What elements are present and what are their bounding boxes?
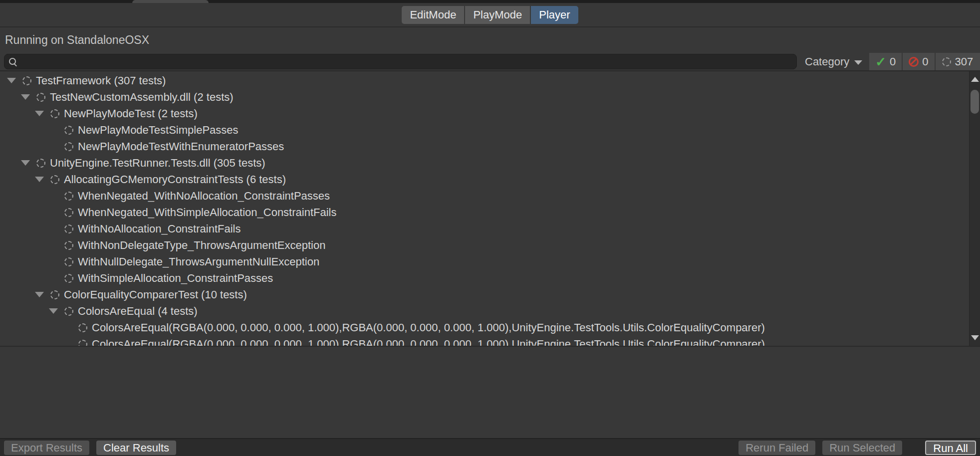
test-status-not-run-icon [64,142,73,151]
clear-results-button[interactable]: Clear Results [96,441,176,455]
run-all-button[interactable]: Run All [925,441,976,455]
category-dropdown[interactable]: Category [799,53,868,70]
tree-row[interactable]: WithNonDelegateType_ThrowsArgumentExcept… [0,237,968,253]
test-name-label: AllocatingGCMemoryConstraintTests (6 tes… [64,173,286,186]
not-run-icon [942,57,951,66]
pass-icon: ✓ [875,55,886,68]
foldout-arrow-icon[interactable] [35,177,44,182]
export-results-button: Export Results [4,441,89,455]
test-status-not-run-icon [64,208,73,217]
search-icon [8,57,17,66]
foldout-arrow-icon[interactable] [49,308,58,314]
test-name-label: UnityEngine.TestRunner.Tests.dll (305 te… [50,157,265,170]
footer-left-group: Export ResultsClear Results [4,441,176,455]
tree-row[interactable]: ColorsAreEqual(RGBA(0.000, 0.000, 0.000,… [0,336,968,347]
passed-count: 0 [890,55,896,68]
passed-count-button[interactable]: ✓0 [869,53,902,70]
tree-row[interactable]: UnityEngine.TestRunner.Tests.dll (305 te… [0,155,968,171]
test-name-label: NewPlayModeTest (2 tests) [64,107,198,120]
test-status-not-run-icon [50,290,59,299]
footer-toolbar: Export ResultsClear Results Rerun Failed… [0,438,980,456]
test-status-not-run-icon [64,257,73,266]
tree-row[interactable]: ColorsAreEqual (4 tests) [0,303,968,319]
tree-row[interactable]: NewPlayModeTestWithEnumeratorPasses [0,138,968,155]
not-run-count-button[interactable]: 307 [936,53,980,70]
tab-editmode[interactable]: EditMode [402,6,464,24]
tree-row[interactable]: TestNewCustomAssembly.dll (2 tests) [0,89,968,105]
run-selected-button: Run Selected [822,441,902,455]
empty-area [0,347,980,438]
status-row: Running on StandaloneOSX [0,26,980,53]
test-status-not-run-icon [64,274,73,283]
test-name-label: WhenNegated_WithNoAllocation_ConstraintP… [78,190,330,203]
test-status-not-run-icon [50,109,59,118]
test-name-label: WithNullDelegate_ThrowsArgumentNullExcep… [78,255,319,268]
test-tree: TestFramework (307 tests)TestNewCustomAs… [0,72,968,347]
foldout-arrow-icon[interactable] [7,78,16,83]
foldout-arrow-icon[interactable] [21,94,30,100]
test-name-label: TestNewCustomAssembly.dll (2 tests) [50,91,234,104]
window-tab-top-sliver [132,0,209,3]
test-name-label: TestFramework (307 tests) [36,74,166,87]
test-status-not-run-icon [64,241,73,250]
test-status-not-run-icon [64,225,73,233]
foldout-arrow-icon[interactable] [21,160,30,166]
rerun-failed-button: Rerun Failed [738,441,815,455]
fail-icon [909,57,919,67]
failed-count: 0 [922,55,928,68]
test-status-not-run-icon [64,307,73,316]
tree-row[interactable]: ColorEqualityComparerTest (10 tests) [0,286,968,303]
test-status-not-run-icon [64,192,73,201]
test-status-not-run-icon [50,175,59,184]
mode-tab-group: EditModePlayModePlayer [402,6,578,24]
search-input[interactable] [17,56,792,67]
tab-player[interactable]: Player [531,6,578,24]
category-label: Category [805,55,849,68]
test-name-label: ColorEqualityComparerTest (10 tests) [64,288,247,301]
tree-row[interactable]: WhenNegated_WithNoAllocation_ConstraintP… [0,188,968,204]
test-name-label: ColorsAreEqual(RGBA(0.000, 0.000, 0.000,… [92,321,765,334]
footer-right-group: Rerun FailedRun SelectedRun All [738,441,976,455]
test-name-label: ColorsAreEqual (4 tests) [78,305,198,318]
search-field[interactable] [4,54,797,69]
tree-row[interactable]: WithNullDelegate_ThrowsArgumentNullExcep… [0,253,968,270]
test-name-label: WhenNegated_WithSimpleAllocation_Constra… [78,206,336,219]
tree-row[interactable]: TestFramework (307 tests) [0,72,968,89]
scroll-up-arrow-icon[interactable] [971,77,979,82]
test-status-not-run-icon [22,76,31,85]
scrollbar-thumb[interactable] [971,90,979,114]
scroll-down-arrow-icon[interactable] [971,335,979,340]
tree-row[interactable]: AllocatingGCMemoryConstraintTests (6 tes… [0,171,968,188]
tree-row[interactable]: NewPlayModeTestSimplePasses [0,122,968,138]
tree-row[interactable]: WithNoAllocation_ConstraintFails [0,221,968,237]
tree-row[interactable]: WhenNegated_WithSimpleAllocation_Constra… [0,204,968,221]
tree-row[interactable]: ColorsAreEqual(RGBA(0.000, 0.000, 0.000,… [0,319,968,336]
tab-playmode[interactable]: PlayMode [465,6,530,24]
chevron-down-icon [854,60,862,65]
test-name-label: WithSimpleAllocation_ConstraintPasses [78,272,273,285]
test-name-label: WithNoAllocation_ConstraintFails [78,223,241,235]
test-status-not-run-icon [78,323,87,332]
result-filter-group: ✓00307 [868,53,980,70]
tree-row[interactable]: NewPlayModeTest (2 tests) [0,105,968,122]
test-status-not-run-icon [36,159,45,168]
foldout-arrow-icon[interactable] [35,292,44,297]
test-tree-panel: TestFramework (307 tests)TestNewCustomAs… [0,71,980,347]
window-top-edge [0,0,980,3]
foldout-arrow-icon[interactable] [35,111,44,116]
test-status-not-run-icon [36,93,45,102]
vertical-scrollbar[interactable] [969,71,980,346]
test-name-label: ColorsAreEqual(RGBA(0.000, 0.000, 0.000,… [92,338,765,347]
status-text: Running on StandaloneOSX [5,33,149,47]
test-status-not-run-icon [64,126,73,135]
test-name-label: NewPlayModeTestWithEnumeratorPasses [78,140,284,153]
failed-count-button[interactable]: 0 [903,53,934,70]
test-status-not-run-icon [78,340,87,347]
mode-tab-bar: EditModePlayModePlayer [0,3,980,26]
filter-toolbar: Category ✓00307 [0,53,980,71]
not-run-count: 307 [955,55,973,68]
test-name-label: NewPlayModeTestSimplePasses [78,124,239,137]
test-name-label: WithNonDelegateType_ThrowsArgumentExcept… [78,239,325,252]
tree-row[interactable]: WithSimpleAllocation_ConstraintPasses [0,270,968,286]
